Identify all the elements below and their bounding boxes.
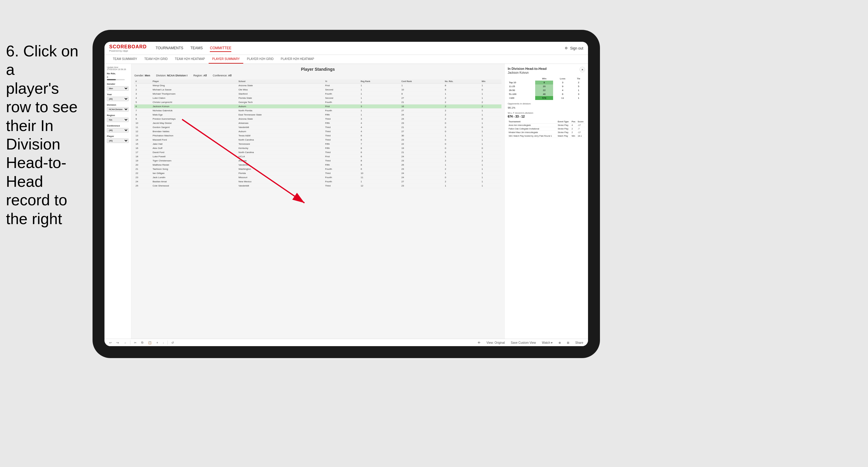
minus-button[interactable]: - xyxy=(162,340,165,345)
cell-reg: 1 xyxy=(360,113,400,117)
cell-rds: 0 xyxy=(443,142,480,146)
table-row[interactable]: 11 Gordon Sargent Vanderbilt Third 4 21 … xyxy=(134,125,501,129)
cell-win: 0 xyxy=(480,117,501,121)
gender-select[interactable]: Men xyxy=(107,86,129,91)
h2h-close-button[interactable]: ✕ xyxy=(580,67,585,72)
cell-player: Gordon Sargent xyxy=(151,125,237,129)
sub-nav-player-h2h-heatmap[interactable]: PLAYER H2H HEATMAP xyxy=(277,55,318,64)
sub-nav-team-h2h-grid[interactable]: TEAM H2H GRID xyxy=(141,55,171,64)
year-select[interactable]: (All) xyxy=(107,97,129,101)
cell-yr: First xyxy=(324,84,360,88)
scissors-button[interactable]: ✂ xyxy=(133,340,137,345)
sub-nav-player-h2h-grid[interactable]: PLAYER H2H GRID xyxy=(243,55,277,64)
undo-button[interactable]: ↩ xyxy=(108,340,113,345)
save-custom-button[interactable]: Save Custom View xyxy=(509,340,537,345)
col-conf-rank: Conf Rank xyxy=(400,80,444,84)
table-row[interactable]: 1 Wenyi Ding Arizona State First 1 1 8 1 xyxy=(134,84,501,88)
cell-rds: 2 xyxy=(443,180,480,184)
cell-win: 1 xyxy=(480,138,501,142)
cell-yr: Third xyxy=(324,117,360,121)
cell-conf: 24 xyxy=(400,155,444,159)
table-row[interactable]: 21 Taehoon Song Washington Fourth 6 23 2… xyxy=(134,167,501,171)
cell-win: 1 xyxy=(480,121,501,125)
view-original-button[interactable]: View: Original xyxy=(485,340,506,345)
h2h-row: 11-25 20 9 5 xyxy=(508,85,585,88)
table-row[interactable]: 12 Brendan Valdes Auburn Third 4 27 0 1 xyxy=(134,129,501,134)
share-button[interactable]: Share xyxy=(574,340,584,345)
conference-select[interactable]: (All) xyxy=(107,128,129,132)
region-select[interactable]: N/a xyxy=(107,118,129,122)
table-row[interactable]: 23 Jack Lundin Missouri Fourth 11 24 0 1 xyxy=(134,176,501,180)
sign-out-link[interactable]: Sign out xyxy=(570,45,583,52)
add-button[interactable]: + xyxy=(155,340,159,345)
h2h-col-tie: Tie xyxy=(572,77,585,81)
table-row[interactable]: 25 Cole Sherwood Vanderbilt Third 12 23 … xyxy=(134,184,501,188)
h2h-title: In Division Head-to-Head xyxy=(508,67,547,70)
watch-button[interactable]: Watch ▾ xyxy=(541,340,554,345)
cell-reg: 2 xyxy=(360,100,400,104)
table-row[interactable]: 22 Ian Gilligan Florida Third 10 24 1 1 xyxy=(134,171,501,176)
table-row[interactable]: 18 Luke Powell UCLA First 6 24 1 1 xyxy=(134,155,501,159)
cell-school: UCLA xyxy=(237,155,324,159)
cell-rds: 2 xyxy=(443,167,480,171)
table-row[interactable]: 6 Jackson Koivun Auburn First 3 16 2 2 xyxy=(134,104,501,108)
redo-button[interactable]: ↪ xyxy=(115,340,120,345)
cell-school: North Florida xyxy=(237,108,324,113)
cell-conf: 23 xyxy=(400,138,444,142)
nav-committee[interactable]: COMMITTEE xyxy=(210,45,231,52)
cell-rank: 3 xyxy=(134,92,151,96)
cell-conf: 10 xyxy=(400,88,444,92)
table-row[interactable]: 16 Alex Goff Kentucky Fifth 8 19 0 0 xyxy=(134,146,501,150)
cell-conf: 24 xyxy=(400,171,444,176)
table-row[interactable]: 2 Michael La Sasse Ole Miss Second 1 10 … xyxy=(134,88,501,92)
player-select[interactable]: (All) xyxy=(107,138,129,143)
cell-yr: Second xyxy=(324,88,360,92)
division-select[interactable]: NCAA Division I xyxy=(107,107,129,112)
tour-score: -7 xyxy=(577,127,585,131)
cell-rds: 1 xyxy=(443,163,480,167)
h2h-loss: 4 xyxy=(553,88,572,92)
cell-win: 0 xyxy=(480,146,501,150)
table-row[interactable]: 5 Christo Lamprecht Georgia Tech Fourth … xyxy=(134,100,501,104)
paste-button[interactable]: 📋 xyxy=(147,340,153,345)
h2h-tie: 3 xyxy=(572,92,585,96)
tour-col-type: Event Type xyxy=(557,120,570,124)
nav-teams[interactable]: TEAMS xyxy=(190,45,203,52)
table-row[interactable]: 4 Luke Claton Florida State Second 1 27 … xyxy=(134,96,501,100)
cell-player: Mats Ege xyxy=(151,113,237,117)
table-row[interactable]: 20 Matthew Riedel Vanderbilt Fifth 8 25 … xyxy=(134,163,501,167)
cell-school: Arkansas xyxy=(237,121,324,125)
gender-section: Gender Men xyxy=(107,83,129,91)
cell-win: 1 xyxy=(480,180,501,184)
table-row[interactable]: 8 Mats Ege East Tennessee State Fifth 1 … xyxy=(134,113,501,117)
nav-tournaments[interactable]: TOURNAMENTS xyxy=(156,45,183,52)
tournament-row: Amer Am Intercollegiate Stroke Play 4 -1… xyxy=(508,124,585,127)
table-row[interactable]: 7 Nicholas Gabrelcik North Florida Fourt… xyxy=(134,108,501,113)
copy-button[interactable]: ⧉ xyxy=(140,340,145,345)
table-row[interactable]: 13 Phichaksn Maichon Texas A&M Third 6 3… xyxy=(134,134,501,138)
icon-1: ⊕ xyxy=(557,340,562,345)
refresh-button[interactable]: ↺ xyxy=(170,340,175,345)
table-row[interactable]: 3 Michael Thorbjornsen Stanford Fourth 1… xyxy=(134,92,501,96)
cell-conf: 23 xyxy=(400,184,444,188)
cell-conf: 23 xyxy=(400,121,444,125)
table-row[interactable]: 19 Tiger Christensen Arizona Third 8 23 … xyxy=(134,159,501,163)
table-row[interactable]: 15 Jake Hall Tennessee Fifth 7 22 0 1 xyxy=(134,142,501,146)
cell-player: Nicholas Gabrelcik xyxy=(151,108,237,113)
forward-button[interactable]: → xyxy=(122,340,128,345)
table-row[interactable]: 14 Maxwell Ford North Carolina Third 6 2… xyxy=(134,138,501,142)
cell-school: East Tennessee State xyxy=(237,113,324,117)
cell-rds: 1 xyxy=(443,184,480,188)
cell-yr: Third xyxy=(324,171,360,176)
table-row[interactable]: 9 Preston Summerhays Arizona State Third… xyxy=(134,117,501,121)
h2h-range: Top 10 xyxy=(508,81,535,85)
sub-nav-player-summary[interactable]: PLAYER SUMMARY xyxy=(209,55,243,64)
table-row[interactable]: 17 David Ford North Carolina Third 6 21 … xyxy=(134,150,501,155)
sub-nav-team-h2h-heatmap[interactable]: TEAM H2H HEATMAP xyxy=(171,55,209,64)
cell-rds: 0 xyxy=(443,129,480,134)
table-row[interactable]: 10 Jacob May Deese Arkansas Fifth 4 23 0… xyxy=(134,121,501,125)
year-section: Year (All) xyxy=(107,93,129,101)
sub-nav-team-summary[interactable]: TEAM SUMMARY xyxy=(109,55,141,64)
cell-reg: 1 xyxy=(360,108,400,113)
table-row[interactable]: 24 Bastian Amat New Mexico Fourth 1 27 2… xyxy=(134,180,501,184)
